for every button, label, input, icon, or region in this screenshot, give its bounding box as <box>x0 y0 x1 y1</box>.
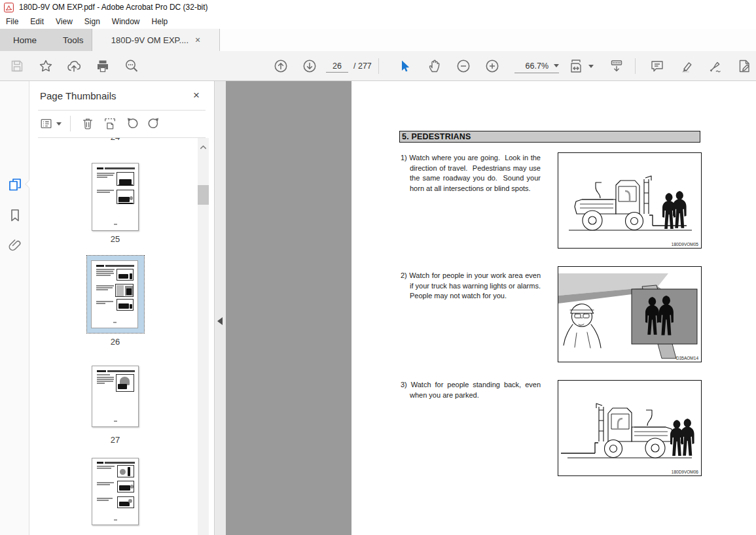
thumbnail-page-25[interactable] <box>92 163 139 231</box>
menu-bar: File Edit View Sign Window Help <box>0 14 756 29</box>
menu-sign[interactable]: Sign <box>79 16 106 27</box>
menu-edit[interactable]: Edit <box>24 16 50 27</box>
figure-caption: D35AOM14 <box>676 356 698 360</box>
scrolling-mode-icon[interactable] <box>609 58 624 74</box>
zoom-in-icon[interactable] <box>484 58 500 74</box>
panel-close-icon[interactable]: × <box>193 89 200 102</box>
attachments-rail-icon[interactable] <box>7 237 23 253</box>
thumbnail-page-28[interactable] <box>92 458 139 525</box>
thumbnail-label-27[interactable]: 27 <box>92 435 139 445</box>
panel-title: Page Thumbnails <box>40 90 116 101</box>
comment-icon[interactable] <box>649 58 665 74</box>
print-icon[interactable] <box>95 58 111 74</box>
tab-bar: Home Tools 180D-9V OM EXP.... × <box>0 29 756 51</box>
menu-window[interactable]: Window <box>106 16 146 27</box>
options-caret-icon[interactable] <box>56 122 62 126</box>
page-number-input[interactable] <box>326 60 348 73</box>
star-favorite-icon[interactable] <box>38 58 54 74</box>
rotate-counterclockwise-icon[interactable] <box>125 116 139 131</box>
insert-page-icon[interactable] <box>103 116 117 131</box>
select-tool-icon[interactable] <box>396 58 412 74</box>
thumbnail-scrollbar[interactable] <box>198 138 209 535</box>
zoom-level-dropdown[interactable]: 66.7% <box>514 59 559 73</box>
title-bar: 180D-9V OM EXP.pdf - Adobe Acrobat Pro D… <box>0 0 756 14</box>
figure-caption: 180D9VOM05 <box>672 242 698 247</box>
document-canvas: 5. PEDESTRIANS 1) Watch where you are go… <box>226 81 756 535</box>
next-page-icon[interactable] <box>302 58 317 74</box>
thumbnail-list: 24 25 26 <box>29 138 214 535</box>
figure-2: D35AOM14 <box>558 266 702 362</box>
panel-toolbar <box>29 111 214 137</box>
paragraph-2: 2) Watch for people in your work area ev… <box>401 271 541 302</box>
fill-sign-icon[interactable] <box>708 58 723 74</box>
thumbnail-options-icon[interactable] <box>39 116 54 131</box>
rotate-clockwise-icon[interactable] <box>147 116 161 131</box>
delete-page-icon[interactable] <box>81 116 95 131</box>
thumbnail-label-25[interactable]: 25 <box>92 234 139 244</box>
panel-collapse-strip[interactable] <box>215 81 226 535</box>
thumbnail-selection-26[interactable] <box>87 256 144 333</box>
page-thumbnails-rail-icon[interactable] <box>7 177 23 192</box>
section-heading: 5. PEDESTRIANS <box>402 132 471 141</box>
thumbnail-label-24: 24 <box>92 138 139 142</box>
forklift-approaching-pedestrians-illustration <box>558 153 701 248</box>
save-icon[interactable] <box>9 58 25 74</box>
thumbnail-page-27[interactable] <box>92 366 139 427</box>
worker-and-pedestrians-illustration <box>558 267 701 362</box>
bookmarks-rail-icon[interactable] <box>7 207 23 223</box>
zoom-level-value: 66.7% <box>526 61 549 71</box>
parked-forklift-pedestrians-illustration <box>558 381 701 475</box>
tab-home[interactable]: Home <box>0 29 50 51</box>
page-thumbnails-panel: Page Thumbnails × <box>29 81 215 535</box>
hand-tool-icon[interactable] <box>427 58 442 74</box>
tab-group: Home Tools <box>0 29 92 51</box>
pdf-page: 5. PEDESTRIANS 1) Watch where you are go… <box>351 81 756 535</box>
window-title: 180D-9V OM EXP.pdf - Adobe Acrobat Pro D… <box>19 3 208 12</box>
fit-width-caret-icon[interactable] <box>588 65 594 68</box>
figure-1: 180D9VOM05 <box>558 152 702 249</box>
tab-document-label: 180D-9V OM EXP.... <box>111 35 189 45</box>
scroll-up-icon[interactable] <box>199 143 207 152</box>
acrobat-app-icon <box>4 3 14 12</box>
highlight-icon[interactable] <box>679 58 694 74</box>
toolbar-divider <box>635 58 636 74</box>
page-total-label: / 277 <box>353 61 372 71</box>
toolbar-divider <box>378 58 379 74</box>
search-icon[interactable] <box>124 58 139 74</box>
menu-view[interactable]: View <box>50 16 79 27</box>
main-toolbar: / 277 66.7% <box>0 51 756 81</box>
fit-width-icon[interactable] <box>568 58 584 74</box>
chevron-down-icon <box>554 64 559 67</box>
navigation-rail <box>0 81 29 535</box>
previous-page-icon[interactable] <box>273 58 289 74</box>
section-heading-bar: 5. PEDESTRIANS <box>399 131 700 143</box>
acrobat-window: { "window": { "title": "180D-9V OM EXP.p… <box>0 0 756 535</box>
paragraph-3: 3) Watch for people standing back, even … <box>401 380 541 400</box>
tab-tools[interactable]: Tools <box>50 29 97 51</box>
collapse-panel-icon[interactable] <box>217 317 223 325</box>
panel-header: Page Thumbnails × <box>29 81 214 110</box>
thumbnail-label-26[interactable]: 26 <box>92 337 139 347</box>
paragraph-1: 1) Watch where you are going. Look in th… <box>401 153 541 194</box>
tab-close-icon[interactable]: × <box>195 35 200 44</box>
menu-help[interactable]: Help <box>146 16 174 27</box>
menu-file[interactable]: File <box>0 16 24 27</box>
edit-pdf-icon[interactable] <box>736 58 752 74</box>
scrollbar-thumb[interactable] <box>198 185 209 205</box>
figure-3: 180D9VOM06 <box>558 380 702 476</box>
zoom-out-icon[interactable] <box>456 58 471 74</box>
figure-caption: 180D9VOM06 <box>672 470 698 474</box>
thumbnail-page-26[interactable] <box>91 260 138 328</box>
tab-document[interactable]: 180D-9V OM EXP.... × <box>92 29 220 51</box>
share-cloud-upload-icon[interactable] <box>66 58 82 74</box>
panel-toolbar-divider <box>70 116 71 131</box>
